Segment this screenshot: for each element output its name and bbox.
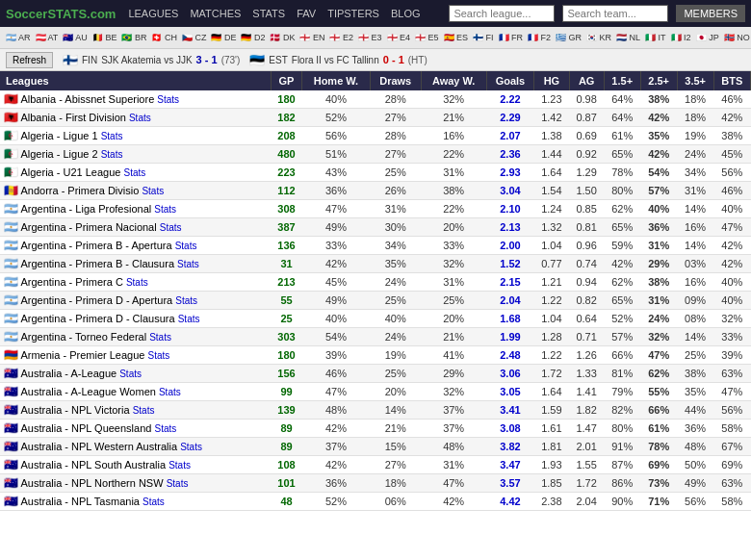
nav-blog[interactable]: BLOG bbox=[386, 6, 426, 21]
stats-button[interactable]: Stats bbox=[101, 149, 123, 160]
league-name[interactable]: Argentina - Torneo Federal bbox=[20, 331, 146, 343]
stats-button[interactable]: Stats bbox=[157, 94, 179, 105]
stats-button[interactable]: Stats bbox=[119, 369, 142, 379]
stats-button[interactable]: Stats bbox=[129, 113, 151, 123]
stats-button[interactable]: Stats bbox=[133, 405, 155, 416]
flag-d2[interactable]: 🇩🇪 D2 bbox=[239, 32, 267, 43]
league-name[interactable]: Australia - A-League bbox=[20, 368, 117, 379]
flag-dk[interactable]: 🇩🇰 DK bbox=[268, 32, 297, 43]
aw-value: 41% bbox=[421, 346, 486, 365]
flag-fi[interactable]: 🇫🇮 FI bbox=[471, 32, 496, 43]
league-name[interactable]: Argentina - Primera Nacional bbox=[20, 221, 156, 233]
flag-en[interactable]: 🏴󠁧󠁢󠁥󠁮󠁧󠁿 EN bbox=[298, 32, 326, 43]
p15-value: 65% bbox=[604, 218, 640, 237]
league-flag: 🇦🇷 bbox=[4, 202, 18, 216]
nav-tipsters[interactable]: TIPSTERS bbox=[323, 6, 384, 21]
flag-e3[interactable]: 🏴󠁧󠁢󠁥󠁮󠁧󠁿 E3 bbox=[356, 32, 384, 43]
flag-nl[interactable]: 🇳🇱 NL bbox=[614, 32, 642, 43]
league-name[interactable]: Argentina - Primera C bbox=[20, 276, 122, 288]
league-name[interactable]: Albania - Abissnet Superiore bbox=[20, 93, 154, 105]
gp-value: 101 bbox=[271, 474, 301, 493]
league-name[interactable]: Australia - NPL Tasmania bbox=[20, 496, 140, 507]
league-name[interactable]: Argentina - Primera B - Clausura bbox=[20, 258, 174, 269]
flag-at[interactable]: 🇦🇹 AT bbox=[34, 32, 61, 43]
nav-matches[interactable]: MATCHES bbox=[185, 6, 246, 21]
league-name[interactable]: Albania - First Division bbox=[20, 112, 125, 123]
nav-stats[interactable]: STATS bbox=[247, 6, 290, 21]
stats-button[interactable]: Stats bbox=[154, 423, 176, 434]
league-name[interactable]: Argentina - Liga Profesional bbox=[20, 203, 151, 215]
stats-button[interactable]: Stats bbox=[175, 241, 197, 251]
league-name[interactable]: Argentina - Primera D - Apertura bbox=[20, 294, 172, 306]
stats-button[interactable]: Stats bbox=[160, 222, 182, 233]
stats-button[interactable]: Stats bbox=[126, 277, 148, 288]
stats-button[interactable]: Stats bbox=[177, 259, 199, 269]
stats-button[interactable]: Stats bbox=[175, 295, 197, 306]
flag-gr[interactable]: 🇬🇷 GR bbox=[554, 32, 583, 43]
p35-value: 19% bbox=[677, 127, 713, 145]
stats-button[interactable]: Stats bbox=[149, 332, 171, 343]
league-name[interactable]: Armenia - Premier League bbox=[20, 349, 144, 361]
flag-kr[interactable]: 🇰🇷 KR bbox=[584, 32, 613, 43]
flag-it[interactable]: 🇮🇹 IT bbox=[643, 32, 668, 43]
stats-button[interactable]: Stats bbox=[180, 442, 202, 452]
league-name[interactable]: Andorra - Primera Divisio bbox=[20, 185, 139, 196]
stats-button[interactable]: Stats bbox=[101, 131, 123, 141]
flag-e2[interactable]: 🏴󠁧󠁢󠁥󠁮󠁧󠁿 E2 bbox=[327, 32, 355, 43]
flag-au[interactable]: 🇦🇺 AU bbox=[61, 32, 90, 43]
league-name[interactable]: Australia - NPL Queensland bbox=[20, 422, 151, 434]
flag-br[interactable]: 🇧🇷 BR bbox=[119, 32, 148, 43]
stats-button[interactable]: Stats bbox=[148, 350, 170, 361]
league-name[interactable]: Australia - NPL Western Australia bbox=[20, 441, 177, 452]
draws-value: 27% bbox=[370, 456, 421, 474]
league-name[interactable]: Australia - NPL South Australia bbox=[20, 459, 166, 471]
stats-button[interactable]: Stats bbox=[178, 314, 200, 324]
stats-button[interactable]: Stats bbox=[142, 186, 164, 196]
nav-fav[interactable]: FAV bbox=[292, 6, 321, 21]
refresh-button[interactable]: Refresh bbox=[6, 52, 53, 68]
flag-f2[interactable]: 🇫🇷 F2 bbox=[526, 32, 553, 43]
stats-button[interactable]: Stats bbox=[167, 478, 189, 489]
stats-button[interactable]: Stats bbox=[142, 496, 165, 507]
members-button[interactable]: MEMBERS bbox=[676, 5, 745, 22]
stats-button[interactable]: Stats bbox=[168, 460, 191, 471]
goals-value: 3.82 bbox=[486, 438, 534, 456]
flag-jp[interactable]: 🇯🇵 JP bbox=[694, 32, 721, 43]
flag-no[interactable]: 🇳🇴 NO bbox=[722, 32, 751, 43]
stats-button[interactable]: Stats bbox=[123, 167, 145, 178]
league-name-cell: 🇦🇺 Australia - A-League Women Stats bbox=[0, 383, 271, 401]
flag-i2[interactable]: 🇮🇹 I2 bbox=[669, 32, 693, 43]
league-name[interactable]: Argentina - Primera D - Clausura bbox=[20, 313, 174, 324]
stats-button[interactable]: Stats bbox=[159, 387, 181, 397]
col-hg: HG bbox=[534, 71, 569, 90]
col-leagues: Leagues bbox=[0, 71, 271, 90]
league-name[interactable]: Australia - NPL Northern NSW bbox=[20, 477, 163, 489]
ag-value: 1.55 bbox=[569, 456, 604, 474]
flag-de[interactable]: 🇩🇪 DE bbox=[209, 32, 238, 43]
score-result-2: 0 - 1 bbox=[383, 54, 404, 65]
search-league-input[interactable] bbox=[449, 5, 555, 22]
league-name[interactable]: Algeria - U21 League bbox=[20, 166, 120, 178]
p15-value: 61% bbox=[604, 127, 640, 145]
flag-e5[interactable]: 🏴󠁧󠁢󠁥󠁮󠁧󠁿 E5 bbox=[413, 32, 441, 43]
league-name-cell: 🇦🇲 Armenia - Premier League Stats bbox=[0, 346, 271, 365]
stats-button[interactable]: Stats bbox=[154, 204, 176, 215]
hg-value: 1.23 bbox=[534, 90, 569, 109]
nav-leagues[interactable]: LEAGUES bbox=[123, 6, 183, 21]
league-name[interactable]: Algeria - Ligue 2 bbox=[20, 148, 97, 160]
league-name[interactable]: Australia - NPL Victoria bbox=[20, 404, 129, 416]
flag-ar[interactable]: 🇦🇷 AR bbox=[4, 32, 33, 43]
flag-be[interactable]: 🇧🇪 BE bbox=[91, 32, 119, 43]
flag-fr[interactable]: 🇫🇷 FR bbox=[497, 32, 526, 43]
flag-ch[interactable]: 🇨🇭 CH bbox=[149, 32, 179, 43]
flag-e4[interactable]: 🏴󠁧󠁢󠁥󠁮󠁧󠁿 E4 bbox=[385, 32, 413, 43]
league-name[interactable]: Argentina - Primera B - Apertura bbox=[20, 240, 171, 251]
league-name[interactable]: Algeria - Ligue 1 bbox=[20, 130, 97, 141]
ag-value: 0.82 bbox=[569, 292, 604, 310]
search-team-input[interactable] bbox=[562, 5, 668, 22]
league-flag: 🇦🇷 bbox=[4, 275, 18, 289]
league-name[interactable]: Australia - A-League Women bbox=[20, 386, 155, 397]
draws-value: 19% bbox=[370, 346, 421, 365]
flag-cz[interactable]: 🇨🇿 CZ bbox=[180, 32, 209, 43]
flag-es[interactable]: 🇪🇸 ES bbox=[442, 32, 471, 43]
